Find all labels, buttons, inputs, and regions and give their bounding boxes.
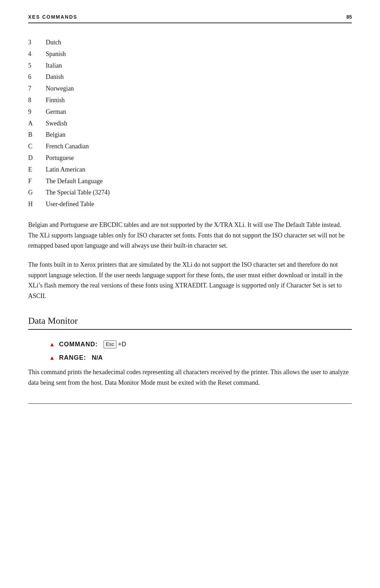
page-header: XES COMMANDS 85 [28,14,352,23]
list-item: DPortuguese [28,153,352,163]
list-item: BBelgian [28,130,352,140]
lang-code: 4 [28,49,46,59]
lang-code: H [28,199,46,209]
list-item: CFrench Canadian [28,141,352,151]
list-item: 5Italian [28,61,352,71]
list-item: FThe Default Language [28,176,352,186]
list-item: ASwedish [28,118,352,129]
list-item: 7Norwegian [28,83,352,94]
command-label: COMMAND: [59,341,98,348]
lang-code: 6 [28,72,46,82]
command-block: ▲ COMMAND: Esc +D ▲ RANGE: N/A [49,340,352,362]
header-page-number: 85 [346,14,352,20]
lang-code: 5 [28,61,46,71]
list-item: 4Spanish [28,49,352,59]
range-label: RANGE: [59,354,86,361]
lang-name: Portuguese [46,153,74,163]
header-title: XES COMMANDS [28,14,77,20]
list-item: GThe Special Table (3274) [28,187,352,198]
lang-name: Italian [46,61,62,71]
command-triangle-icon: ▲ [49,341,55,348]
esc-key: Esc [103,340,116,349]
lang-name: Danish [46,72,64,82]
command-value: Esc +D [103,340,126,349]
range-value: N/A [92,354,103,361]
list-item: 9German [28,107,352,117]
paragraph-1: Belgian and Portuguese are EBCDIC tables… [28,220,352,251]
lang-code: D [28,153,46,163]
page-container: XES COMMANDS 85 3Dutch4Spanish5Italian6D… [0,0,380,418]
lang-name: Swedish [46,118,67,129]
list-item: ELatin American [28,165,352,175]
lang-name: The Special Table (3274) [46,187,110,198]
command-suffix: +D [118,341,126,348]
language-list: 3Dutch4Spanish5Italian6Danish7Norwegian8… [28,37,352,209]
lang-name: User-defined Table [46,199,94,209]
lang-code: G [28,187,46,198]
lang-code: C [28,141,46,151]
range-triangle-icon: ▲ [49,355,55,361]
lang-name: Belgian [46,130,65,140]
paragraph-2: The fonts built in to Xerox printers tha… [28,260,352,302]
lang-code: 3 [28,37,46,48]
lang-code: 7 [28,83,46,94]
list-item: HUser-defined Table [28,199,352,209]
lang-name: The Default Language [46,176,103,186]
lang-name: Dutch [46,37,61,48]
lang-code: E [28,165,46,175]
lang-code: 9 [28,107,46,117]
list-item: 6Danish [28,72,352,82]
lang-name: Norwegian [46,83,74,94]
lang-code: F [28,176,46,186]
lang-name: German [46,107,66,117]
list-item: 3Dutch [28,37,352,48]
lang-name: Finnish [46,95,65,105]
paragraph-3: This command prints the hexadecimal code… [28,367,352,388]
list-item: 8Finnish [28,95,352,105]
section-heading-data-monitor: Data Monitor [28,316,352,330]
lang-name: Latin American [46,165,85,175]
lang-name: Spanish [46,49,66,59]
lang-code: B [28,130,46,140]
lang-code: A [28,118,46,129]
lang-code: 8 [28,95,46,105]
command-row: ▲ COMMAND: Esc +D [49,340,352,349]
footer-line [28,403,352,404]
range-row: ▲ RANGE: N/A [49,354,352,361]
lang-name: French Canadian [46,141,89,151]
